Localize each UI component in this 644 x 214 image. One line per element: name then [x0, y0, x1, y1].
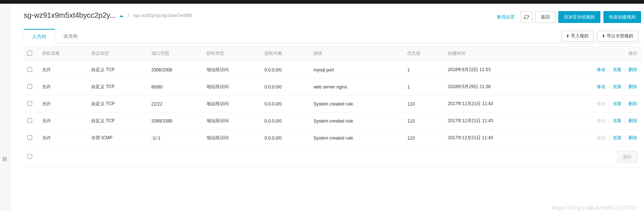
import-rules-button[interactable]: ⬆ 导入规则 [561, 31, 593, 42]
cell-port: -1/-1 [148, 130, 203, 147]
cell-description: mysql port [310, 61, 403, 78]
tab-actions: ⬆ 导入规则 ⬇ 导出全部规则 [561, 31, 641, 42]
back-button[interactable]: 返回 [535, 11, 555, 23]
tabs-row: 入方向 出方向 ⬆ 导入规则 ⬇ 导出全部规则 [24, 29, 641, 44]
action-sep: | [624, 84, 626, 89]
import-rules-label: 导入规则 [571, 33, 589, 39]
add-rule-button[interactable]: 添加安全组规则 [558, 11, 600, 23]
action-sep: | [609, 101, 610, 106]
row-checkbox[interactable] [27, 135, 32, 140]
page-header: sg-wz91x9m5xt4bycc2p2y... ☁ / vpc-wz92pr… [24, 11, 641, 29]
cell-auth-type: 地址段访问 [203, 96, 260, 113]
col-auth-type: 授权类型 [203, 46, 260, 61]
select-all-checkbox[interactable] [27, 51, 32, 56]
col-description: 描述 [310, 46, 403, 61]
cell-priority: 1 [403, 78, 444, 96]
cloud-icon: ☁ [119, 13, 123, 18]
export-rules-label: 导出全部规则 [607, 33, 633, 39]
cell-actions: 修改|克隆|删除 [547, 96, 641, 113]
security-group-title: sg-wz91x9m5xt4bycc2p2y... [24, 11, 116, 20]
action-delete[interactable]: 删除 [628, 135, 637, 140]
action-delete[interactable]: 删除 [628, 67, 637, 72]
quick-create-rule-button[interactable]: 快速创建规则 [603, 11, 641, 23]
export-rules-button[interactable]: ⬇ 导出全部规则 [597, 31, 638, 42]
action-modify[interactable]: 修改 [597, 118, 606, 123]
download-icon: ⬇ [602, 34, 605, 39]
action-sep: | [624, 118, 626, 123]
refresh-icon [524, 14, 529, 20]
cell-protocol: 自定义 TCP [88, 96, 148, 113]
select-all-footer-checkbox[interactable] [27, 154, 32, 159]
action-clone[interactable]: 克隆 [613, 135, 621, 140]
action-delete[interactable]: 删除 [628, 118, 637, 123]
row-checkbox[interactable] [27, 118, 32, 123]
action-delete[interactable]: 删除 [628, 84, 637, 89]
cell-created: 2018年8月22日 11:53 [444, 61, 547, 78]
refresh-button[interactable] [521, 11, 532, 23]
action-clone[interactable]: 克隆 [613, 84, 621, 89]
table-row: 允许自定义 TCP22/22地址段访问0.0.0.0/0System creat… [24, 96, 641, 113]
cell-protocol: 自定义 TCP [88, 61, 148, 78]
sidebar-expand-icon[interactable]: ▤ [2, 156, 7, 161]
cell-protocol: 自定义 TCP [88, 113, 148, 130]
cell-policy: 允许 [38, 130, 88, 147]
cell-priority: 1 [403, 61, 444, 78]
cell-priority: 110 [403, 113, 444, 130]
table-row: 允许自定义 TCP3306/3306地址段访问0.0.0.0/0mysql po… [24, 61, 641, 78]
table-row: 允许自定义 TCP3389/3389地址段访问0.0.0.0/0System c… [24, 113, 641, 130]
cell-actions: 修改|克隆|删除 [547, 61, 641, 78]
action-clone[interactable]: 克隆 [613, 67, 621, 72]
cell-auth-type: 地址段访问 [203, 113, 260, 130]
cell-port: 22/22 [148, 96, 203, 113]
col-created: 创建时间 [444, 46, 547, 61]
action-modify[interactable]: 修改 [597, 84, 606, 89]
col-port: 端口范围 [148, 46, 203, 61]
cell-created: 2017年12月21日 11:43 [444, 96, 547, 113]
row-checkbox[interactable] [27, 101, 32, 106]
upload-icon: ⬆ [566, 34, 569, 39]
header-actions: 教我设置 返回 添加安全组规则 快速创建规则 [494, 11, 641, 23]
cell-policy: 允许 [38, 113, 88, 130]
direction-tabs: 入方向 出方向 [24, 29, 86, 43]
action-modify[interactable]: 修改 [597, 101, 606, 106]
cell-actions: 修改|克隆|删除 [547, 130, 641, 147]
cell-description: System created rule. [310, 96, 403, 113]
cell-policy: 允许 [38, 96, 88, 113]
action-sep: | [609, 135, 610, 140]
cell-created: 2017年12月21日 11:43 [444, 113, 547, 130]
bulk-delete-button[interactable]: 删除 [617, 151, 637, 163]
cell-priority: 110 [403, 130, 444, 147]
cell-policy: 允许 [38, 78, 88, 96]
cell-description: System created rule. [310, 113, 403, 130]
action-sep: | [624, 67, 626, 72]
cell-auth-type: 地址段访问 [203, 130, 260, 147]
cell-port: 80/80 [148, 78, 203, 96]
breadcrumb-sep: / [128, 13, 129, 18]
row-checkbox[interactable] [27, 67, 32, 72]
tab-outbound[interactable]: 出方向 [55, 29, 86, 44]
left-sidebar-collapsed[interactable]: ▤ [0, 4, 10, 175]
action-clone[interactable]: 克隆 [613, 101, 621, 106]
cell-auth-object: 0.0.0.0/0 [261, 130, 310, 147]
action-sep: | [609, 84, 610, 89]
cell-actions: 修改|克隆|删除 [547, 113, 641, 130]
cell-description: System created rule. [310, 130, 403, 147]
cell-actions: 修改|克隆|删除 [547, 78, 641, 96]
cell-created: 2017年12月21日 11:43 [444, 130, 547, 147]
col-auth-object: 授权对象 [261, 46, 310, 61]
cell-auth-object: 0.0.0.0/0 [261, 113, 310, 130]
table-footer-row: 删除 [24, 147, 641, 168]
title-wrap: sg-wz91x9m5xt4bycc2p2y... ☁ / vpc-wz92pr… [24, 11, 192, 20]
row-checkbox[interactable] [27, 84, 32, 89]
cell-port: 3306/3306 [148, 61, 203, 78]
action-delete[interactable]: 删除 [628, 101, 637, 106]
action-sep: | [609, 67, 610, 72]
action-modify[interactable]: 修改 [597, 135, 606, 140]
vpc-id-link[interactable]: vpc-wz92pry1mp1xtxe7es865 [133, 13, 192, 18]
col-actions: 操作 [547, 46, 641, 61]
tab-inbound[interactable]: 入方向 [24, 29, 55, 44]
tutorial-link[interactable]: 教我设置 [494, 12, 518, 23]
action-modify[interactable]: 修改 [597, 67, 606, 72]
table-row: 允许全部 ICMP-1/-1地址段访问0.0.0.0/0System creat… [24, 130, 641, 147]
action-clone[interactable]: 克隆 [613, 118, 621, 123]
